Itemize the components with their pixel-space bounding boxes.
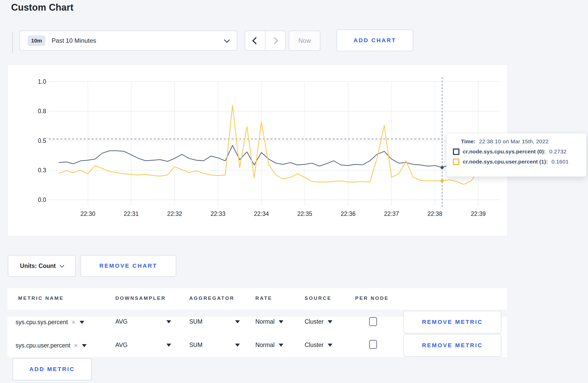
svg-text:22:39: 22:39 [471,210,486,217]
col-header-source: SOURCE [305,295,332,301]
remove-metric-x-icon[interactable]: × [74,342,78,350]
col-header-downsampler: DOWNSAMPLER [115,295,166,301]
toolbar-left-divider [12,32,13,53]
caret-down-icon [166,320,171,323]
chevron-left-icon [252,37,260,44]
tooltip-series-name: cr.node.sys.cpu.user.percent (1): [463,159,548,165]
svg-text:0.3: 0.3 [38,167,46,174]
caret-down-icon [235,344,240,347]
tooltip-time-value: 22:38:10 on Mar 15th, 2022 [479,138,549,145]
caret-down-icon [328,344,332,347]
metric-name-value: sys.cpu.sys.percent [16,319,68,326]
units-label: Units: Count [20,263,56,269]
tooltip-series-name: cr.node.sys.cpu.sys.percent (0): [463,148,546,155]
svg-text:22:34: 22:34 [254,210,269,217]
caret-down-icon [82,344,87,347]
chevron-down-icon [224,37,230,43]
source-value: Cluster [305,342,324,349]
svg-text:22:32: 22:32 [167,210,182,217]
next-time-button[interactable] [265,31,285,50]
rate-value: Normal [255,342,275,349]
add-metric-button[interactable]: ADD METRIC [12,358,92,380]
tooltip-series-value: 0.1601 [551,159,569,165]
remove-metric-x-icon[interactable]: × [72,318,75,326]
remove-chart-button[interactable]: REMOVE CHART [80,255,176,277]
svg-text:22:30: 22:30 [80,210,95,217]
downsampler-select[interactable]: AVG [115,342,171,349]
tooltip-series-row: cr.node.sys.cpu.sys.percent (0): 0.2732 [453,148,586,155]
svg-text:0.5: 0.5 [38,137,46,144]
downsampler-select[interactable]: AVG [115,318,171,325]
aggregator-value: SUM [189,342,202,349]
tooltip-series-value: 0.2732 [549,148,567,155]
metric-name-value: sys.cpu.user.percent [16,342,70,349]
remove-metric-button[interactable]: REMOVE METRIC [403,334,501,357]
chart-tooltip: Time: 22:38:10 on Mar 15th, 2022 cr.node… [446,133,586,177]
col-header-rate: RATE [255,295,272,301]
prev-time-button[interactable] [245,31,265,50]
svg-text:22:35: 22:35 [297,210,312,217]
source-select[interactable]: Cluster [305,318,332,325]
aggregator-select[interactable]: SUM [189,318,240,325]
svg-text:22:37: 22:37 [384,210,399,217]
page-title: Custom Chart [11,2,73,13]
svg-text:0.0: 0.0 [38,196,46,203]
chevron-down-icon [60,263,64,268]
svg-text:22:31: 22:31 [124,210,139,217]
custom-chart-page: Custom Chart 10m Past 10 Minutes Now ADD… [0,0,588,383]
metric-name-select[interactable]: sys.cpu.sys.percent × [16,318,84,326]
source-select[interactable]: Cluster [305,342,332,349]
caret-down-icon [166,344,171,347]
tooltip-time-label: Time: [461,138,475,145]
source-value: Cluster [305,318,324,325]
downsampler-value: AVG [115,318,128,325]
svg-text:22:38: 22:38 [428,210,443,217]
chart-card: 22:3022:3122:3222:3322:3422:3522:3622:37… [8,65,508,236]
tooltip-series-row: cr.node.sys.cpu.user.percent (1): 0.1601 [453,158,586,165]
col-header-metric-name: METRIC NAME [18,295,64,301]
time-range-badge: 10m [28,36,45,46]
user-percent-swatch-icon [453,159,459,165]
downsampler-value: AVG [115,342,128,349]
caret-down-icon [80,321,84,324]
svg-text:22:36: 22:36 [341,210,356,217]
caret-down-icon [328,320,332,323]
sys-percent-swatch-icon [453,148,459,155]
now-button[interactable]: Now [289,31,320,51]
time-range-label: Past 10 Minutes [52,37,96,44]
tooltip-time-row: Time: 22:38:10 on Mar 15th, 2022 [461,138,586,145]
svg-text:0.8: 0.8 [38,108,46,115]
chevron-right-icon [271,37,278,44]
timeseries-chart[interactable]: 22:3022:3122:3222:3322:3422:3522:3622:37… [8,65,507,236]
caret-down-icon [235,320,240,323]
col-header-aggregator: AGGREGATOR [189,295,235,301]
time-pager [245,31,286,51]
svg-text:22:33: 22:33 [211,210,226,217]
caret-down-icon [279,344,283,347]
per-node-checkbox[interactable] [369,340,377,349]
aggregator-value: SUM [189,318,202,325]
col-header-per-node: PER NODE [355,295,389,301]
caret-down-icon [279,320,283,323]
metric-name-select[interactable]: sys.cpu.user.percent × [16,342,87,350]
aggregator-select[interactable]: SUM [189,342,240,349]
per-node-checkbox[interactable] [369,317,377,326]
svg-text:1.0: 1.0 [38,78,46,85]
units-select[interactable]: Units: Count [8,255,76,277]
time-range-select[interactable]: 10m Past 10 Minutes [19,31,237,51]
add-chart-button[interactable]: ADD CHART [337,30,413,51]
rate-value: Normal [255,318,275,325]
remove-metric-button[interactable]: REMOVE METRIC [403,311,501,334]
rate-select[interactable]: Normal [255,318,283,325]
rate-select[interactable]: Normal [255,342,283,349]
